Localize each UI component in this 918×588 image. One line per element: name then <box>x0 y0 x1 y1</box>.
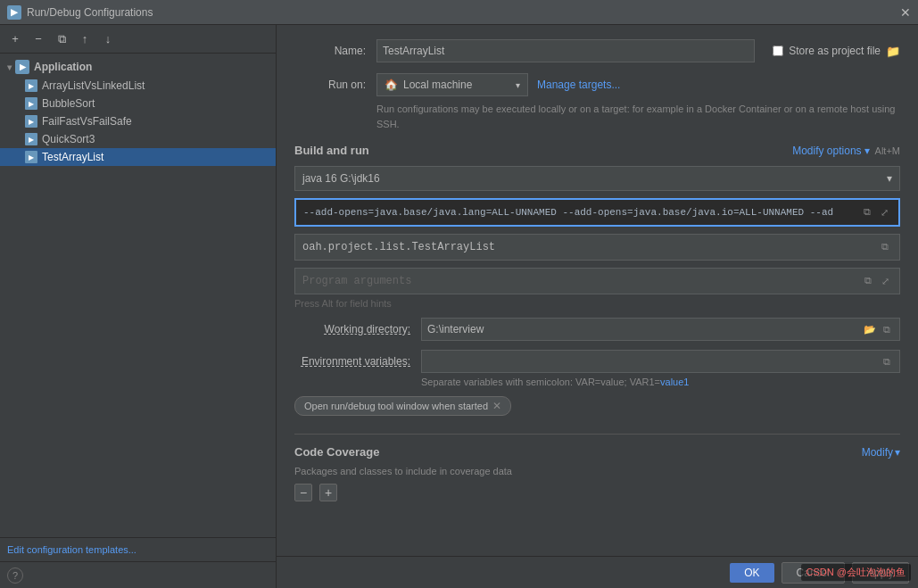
program-args-placeholder: Program arguments <box>302 275 411 287</box>
config-icon: ▶ <box>25 115 37 128</box>
remove-config-button[interactable]: − <box>29 29 48 49</box>
manage-targets-link[interactable]: Manage targets... <box>537 79 620 91</box>
close-button[interactable]: ✕ <box>900 5 911 20</box>
vm-options-icons: ⧉ ⤢ <box>860 205 891 219</box>
program-args-icons: ⧉ ⤢ <box>861 274 892 288</box>
edit-templates-link[interactable]: Edit configuration templates... <box>7 544 136 555</box>
env-vars-copy-icon[interactable]: ⧉ <box>880 354 894 369</box>
chip-close-icon[interactable]: ✕ <box>492 400 501 412</box>
name-input[interactable] <box>376 39 755 62</box>
coverage-remove-button[interactable]: − <box>294 484 312 501</box>
env-vars-input[interactable]: ⧉ <box>421 350 900 373</box>
code-coverage-section: Code Coverage Modify ▾ Packages and clas… <box>294 434 900 501</box>
run-on-dropdown[interactable]: 🏠 Local machine ▾ <box>376 73 528 96</box>
env-hint-prefix: Separate variables with semicolon: VAR=v… <box>421 377 660 387</box>
config-icon: ▶ <box>25 79 37 92</box>
ok-button[interactable]: OK <box>730 563 773 583</box>
main-class-field[interactable]: oah.project.list.TestArrayList ⧉ <box>294 234 900 261</box>
folder-browse-icon[interactable]: 📂 <box>863 322 877 336</box>
store-project-checkbox[interactable] <box>773 46 783 56</box>
sdk-value: java 16 G:\jdk16 <box>302 172 380 185</box>
tree-item-label: TestArrayList <box>42 151 103 163</box>
help-button[interactable]: ? <box>7 567 23 584</box>
tree-item-label: FailFastVsFailSafe <box>42 115 132 128</box>
sidebar-bottom-bar: ? <box>0 561 276 588</box>
coverage-controls: − + <box>294 484 900 501</box>
class-copy-icon[interactable]: ⧉ <box>878 240 892 254</box>
env-vars-row: Environment variables: ⧉ <box>294 350 900 373</box>
copy-config-button[interactable]: ⧉ <box>52 29 71 49</box>
tree-item-label: QuickSort3 <box>42 133 95 145</box>
args-copy-icon[interactable]: ⧉ <box>861 274 875 288</box>
working-dir-row: Working directory: G:\interview 📂 ⧉ <box>294 318 900 341</box>
list-item[interactable]: ▶ ArrayListVsLinkedList <box>0 77 276 95</box>
code-coverage-title: Code Coverage <box>294 445 379 459</box>
modify-arrow-icon: ▾ <box>895 446 900 459</box>
right-panel-inner: Name: Store as project file 📁 Run on: 🏠 … <box>277 25 918 556</box>
house-icon: 🏠 <box>385 79 398 91</box>
sidebar-tree: ▾ ▶ Application ▶ ArrayListVsLinkedList … <box>0 54 276 537</box>
vm-options-field[interactable]: --add-opens=java.base/java.lang=ALL-UNNA… <box>294 198 900 227</box>
store-project-label: Store as project file <box>789 45 881 57</box>
list-item[interactable]: ▶ TestArrayList <box>0 148 276 166</box>
folder-icon: 📁 <box>886 45 900 58</box>
right-panel: Name: Store as project file 📁 Run on: 🏠 … <box>277 25 918 588</box>
modify-label: Modify <box>862 446 893 459</box>
name-label: Name: <box>294 45 366 57</box>
working-dir-copy-icon[interactable]: ⧉ <box>880 322 894 336</box>
add-config-button[interactable]: + <box>5 29 25 49</box>
open-tool-window-chip[interactable]: Open run/debug tool window when started … <box>294 396 511 416</box>
sidebar: + − ⧉ ↑ ↓ ▾ ▶ Application ▶ ArrayListVsL… <box>0 25 277 588</box>
modify-options-area: Modify options ▾ Alt+M <box>792 145 900 157</box>
args-expand-icon[interactable]: ⤢ <box>878 274 892 288</box>
list-item[interactable]: ▶ BubbleSort <box>0 95 276 112</box>
list-item[interactable]: ▶ QuickSort3 <box>0 130 276 148</box>
tree-arrow-icon: ▾ <box>7 62 12 72</box>
run-on-row: Run on: 🏠 Local machine ▾ Manage targets… <box>294 73 900 96</box>
copy-icon[interactable]: ⧉ <box>860 205 874 219</box>
coverage-add-button[interactable]: + <box>319 484 337 501</box>
main-class-value: oah.project.list.TestArrayList <box>302 241 495 253</box>
watermark: CSDN @会吐泡泡的鱼 <box>801 564 911 581</box>
modify-options-link[interactable]: Modify options ▾ <box>792 145 869 157</box>
shortcut-hint: Alt+M <box>875 145 900 156</box>
title-bar-text: Run/Debug Configurations <box>27 6 153 19</box>
working-dir-icons: 📂 ⧉ <box>863 322 894 336</box>
sdk-dropdown-arrow-icon: ▾ <box>887 172 892 185</box>
move-down-button[interactable]: ↓ <box>98 29 118 49</box>
working-dir-input[interactable]: G:\interview 📂 ⧉ <box>421 318 900 341</box>
expand-icon[interactable]: ⤢ <box>877 205 891 219</box>
program-args-field[interactable]: Program arguments ⧉ ⤢ <box>294 268 900 294</box>
title-bar: ▶ Run/Debug Configurations ✕ <box>0 0 918 25</box>
chip-area: Open run/debug tool window when started … <box>294 396 900 425</box>
application-group-icon: ▶ <box>15 60 29 74</box>
env-hint: Separate variables with semicolon: VAR=v… <box>421 377 900 387</box>
main-container: + − ⧉ ↑ ↓ ▾ ▶ Application ▶ ArrayListVsL… <box>0 25 918 588</box>
build-and-run-header: Build and run Modify options ▾ Alt+M <box>294 144 900 157</box>
modify-options-label: Modify options <box>792 145 861 157</box>
tree-group-application[interactable]: ▾ ▶ Application <box>0 57 276 77</box>
working-dir-value: G:\interview <box>427 323 484 335</box>
tree-group-label: Application <box>34 61 92 73</box>
store-as-project-area: Store as project file 📁 <box>773 45 900 58</box>
config-icon: ▶ <box>25 151 37 163</box>
dropdown-arrow-icon: ▾ <box>516 80 520 90</box>
env-hint-value: value1 <box>660 377 689 387</box>
build-run-title: Build and run <box>294 144 369 157</box>
working-dir-label: Working directory: <box>294 323 410 335</box>
list-item[interactable]: ▶ FailFastVsFailSafe <box>0 112 276 130</box>
run-on-value: Local machine <box>403 79 472 91</box>
code-coverage-header: Code Coverage Modify ▾ <box>294 445 900 459</box>
sidebar-toolbar: + − ⧉ ↑ ↓ <box>0 25 276 54</box>
run-on-info-text: Run configurations may be executed local… <box>376 102 900 131</box>
config-icon: ▶ <box>25 133 37 145</box>
modify-coverage-link[interactable]: Modify ▾ <box>862 446 900 459</box>
vm-options-value: --add-opens=java.base/java.lang=ALL-UNNA… <box>303 207 860 218</box>
sdk-dropdown[interactable]: java 16 G:\jdk16 ▾ <box>294 166 900 191</box>
name-row: Name: Store as project file 📁 <box>294 39 900 62</box>
env-vars-label: Environment variables: <box>294 355 410 368</box>
move-up-button[interactable]: ↑ <box>75 29 95 49</box>
tree-item-label: BubbleSort <box>42 97 95 110</box>
chip-label: Open run/debug tool window when started <box>304 401 488 411</box>
packages-label: Packages and classes to include in cover… <box>294 466 900 476</box>
